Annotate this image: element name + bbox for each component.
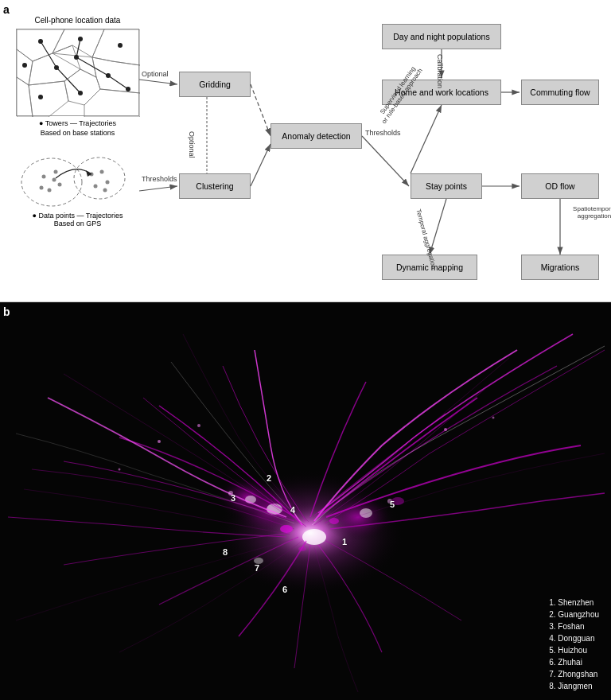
svg-point-30 <box>100 170 104 174</box>
panel-b: b <box>0 302 611 700</box>
anomaly-box: Anomaly detection <box>270 123 362 149</box>
city-number-3: 3 <box>231 493 235 503</box>
gps-svg <box>8 146 135 210</box>
svg-point-62 <box>329 518 339 524</box>
svg-point-63 <box>298 546 306 551</box>
svg-line-39 <box>251 84 270 136</box>
svg-point-19 <box>38 95 43 99</box>
svg-point-22 <box>74 158 125 199</box>
svg-point-27 <box>40 186 44 190</box>
svg-marker-9 <box>64 69 100 105</box>
tower-legend-2: Based on base stations <box>8 129 147 137</box>
svg-point-32 <box>94 185 98 189</box>
city-number-5: 5 <box>390 500 395 509</box>
stay-points-box: Stay points <box>411 173 482 199</box>
city-number-7: 7 <box>255 563 259 573</box>
commuting-box: Commuting flow <box>521 80 599 105</box>
cell-phone-title: Cell-phone location data <box>8 16 147 25</box>
optional1-label: Optional <box>142 70 169 78</box>
legend-item-6: 6. Zhuhai <box>549 656 599 668</box>
svg-point-67 <box>444 428 447 431</box>
thresholds1-label: Thresholds <box>142 175 177 183</box>
svg-point-68 <box>492 417 495 419</box>
panel-a: a Cell-phone location data <box>0 0 611 302</box>
svg-line-48 <box>411 105 442 173</box>
cell-phone-section: Cell-phone location data <box>8 16 147 228</box>
city-number-1: 1 <box>342 537 347 546</box>
panel-b-label: b <box>3 305 10 318</box>
svg-point-31 <box>106 181 110 185</box>
optional2-label: Optional <box>188 131 196 158</box>
gps-legend-1: ● Data points — Trajectories <box>8 212 147 220</box>
tower-diagram <box>16 29 139 116</box>
svg-point-61 <box>280 525 293 533</box>
legend-item-8: 8. Jiangmen <box>549 680 599 692</box>
svg-point-33 <box>103 189 107 192</box>
legend-item-1: 1. Shenzhen <box>549 597 599 609</box>
gps-legend-2: Based on GPS <box>8 220 147 228</box>
spatiotemporal-label: Spatiotemporal aggregation <box>562 205 611 220</box>
flow-map-svg <box>0 302 611 700</box>
svg-line-44 <box>430 199 446 255</box>
panel-a-label: a <box>3 3 10 16</box>
legend-item-7: 7. Zhongshan <box>549 668 599 680</box>
svg-point-13 <box>118 43 123 48</box>
city-number-4: 4 <box>290 505 295 515</box>
svg-point-66 <box>119 469 121 471</box>
city-number-6: 6 <box>282 585 287 594</box>
thresholds2-label: Thresholds <box>365 129 401 137</box>
gridding-box: Gridding <box>179 72 251 97</box>
city-number-2: 2 <box>267 473 271 483</box>
legend-item-2: 2. Guangzhou <box>549 609 599 620</box>
city-number-8: 8 <box>223 547 228 557</box>
svg-point-65 <box>158 440 161 443</box>
legend-item-5: 5. Huizhou <box>549 644 599 656</box>
calibration-label: Calibration <box>436 54 444 88</box>
clustering-box: Clustering <box>179 173 251 199</box>
od-flow-box: OD flow <box>521 173 599 199</box>
svg-point-21 <box>21 158 82 206</box>
svg-marker-2 <box>92 29 140 65</box>
svg-point-26 <box>58 183 62 187</box>
day-night-box: Day and night populations <box>382 24 501 49</box>
svg-marker-10 <box>84 89 140 117</box>
svg-point-24 <box>53 178 56 182</box>
svg-point-25 <box>48 189 52 192</box>
svg-point-69 <box>197 424 200 427</box>
legend-item-3: 3. Foshan <box>549 620 599 632</box>
city-legend: 1. Shenzhen 2. Guangzhou 3. Foshan 4. Do… <box>549 597 599 692</box>
svg-line-42 <box>362 136 409 186</box>
svg-point-58 <box>360 508 372 518</box>
svg-point-28 <box>54 170 58 174</box>
tower-legend-1: ● Towers — Trajectories <box>8 119 147 127</box>
svg-marker-0 <box>17 29 64 61</box>
svg-line-40 <box>251 144 270 186</box>
svg-marker-1 <box>53 29 104 57</box>
legend-item-4: 4. Dongguan <box>549 632 599 644</box>
svg-point-23 <box>42 175 46 179</box>
svg-point-14 <box>22 63 27 68</box>
voronoi-svg <box>17 29 140 117</box>
migrations-box: Migrations <box>521 255 599 280</box>
svg-marker-8 <box>29 81 68 117</box>
